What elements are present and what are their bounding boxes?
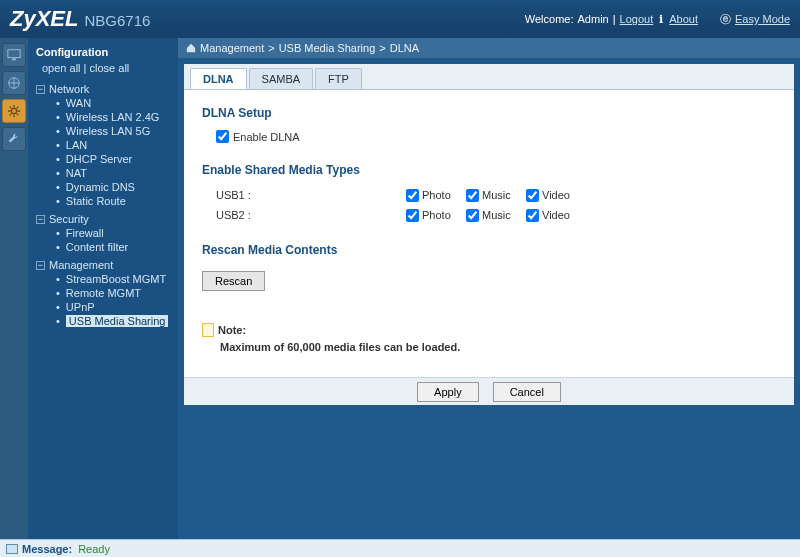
open-all-link[interactable]: open all bbox=[42, 62, 81, 74]
usb1-label: USB1 : bbox=[216, 189, 406, 201]
model-name: NBG6716 bbox=[84, 12, 150, 29]
sidebar: Configuration open all | close all −Netw… bbox=[28, 38, 178, 539]
rescan-button[interactable]: Rescan bbox=[202, 271, 265, 291]
home-icon bbox=[186, 43, 196, 53]
note-label: Note: bbox=[218, 324, 246, 336]
top-right: Welcome: Admin | Logout ℹ About ⓔ Easy M… bbox=[525, 12, 790, 27]
tree-header-management[interactable]: −Management bbox=[32, 258, 174, 272]
note-icon bbox=[202, 323, 214, 337]
wrench-icon bbox=[7, 132, 21, 146]
main-area: Management > USB Media Sharing > DLNA DL… bbox=[178, 38, 800, 539]
sidebar-item-streamboost[interactable]: •StreamBoost MGMT bbox=[40, 272, 174, 286]
tree-header-security[interactable]: −Security bbox=[32, 212, 174, 226]
enable-dlna-checkbox[interactable] bbox=[216, 130, 229, 143]
status-bar: Message: Ready bbox=[0, 539, 800, 557]
status-value: Ready bbox=[78, 543, 110, 555]
rail-config-button[interactable] bbox=[2, 99, 26, 123]
usb2-music-checkbox[interactable] bbox=[466, 209, 479, 222]
usb2-video-checkbox[interactable] bbox=[526, 209, 539, 222]
user-name: Admin bbox=[578, 13, 609, 25]
minus-icon: − bbox=[36, 261, 45, 270]
sidebar-item-upnp[interactable]: •UPnP bbox=[40, 300, 174, 314]
monitor-icon bbox=[7, 48, 21, 62]
globe-icon bbox=[7, 76, 21, 90]
gear-icon bbox=[7, 104, 21, 118]
minus-icon: − bbox=[36, 85, 45, 94]
tree-header-network[interactable]: −Network bbox=[32, 82, 174, 96]
usb2-photo-checkbox[interactable] bbox=[406, 209, 419, 222]
sidebar-item-wlan24[interactable]: •Wireless LAN 2.4G bbox=[40, 110, 174, 124]
sidebar-controls: open all | close all bbox=[32, 62, 174, 80]
enable-dlna-label: Enable DLNA bbox=[233, 131, 300, 143]
minus-icon: − bbox=[36, 215, 45, 224]
rail-tools-button[interactable] bbox=[2, 127, 26, 151]
sidebar-title: Configuration bbox=[32, 44, 174, 62]
note-text: Maximum of 60,000 media files can be loa… bbox=[202, 337, 776, 353]
sidebar-item-remote-mgmt[interactable]: •Remote MGMT bbox=[40, 286, 174, 300]
sidebar-item-content-filter[interactable]: •Content filter bbox=[40, 240, 174, 254]
panel-footer: Apply Cancel bbox=[184, 377, 794, 405]
sidebar-item-usb-media[interactable]: •USB Media Sharing bbox=[40, 314, 174, 328]
icon-rail bbox=[0, 38, 28, 539]
usb2-label: USB2 : bbox=[216, 209, 406, 221]
sidebar-item-ddns[interactable]: •Dynamic DNS bbox=[40, 180, 174, 194]
tab-bar: DLNA SAMBA FTP bbox=[184, 64, 794, 90]
svg-rect-0 bbox=[8, 50, 20, 58]
sidebar-item-wan[interactable]: •WAN bbox=[40, 96, 174, 110]
dlna-setup-title: DLNA Setup bbox=[202, 106, 776, 120]
sidebar-item-firewall[interactable]: •Firewall bbox=[40, 226, 174, 240]
info-icon: ℹ bbox=[659, 13, 663, 26]
usb1-row: USB1 : Photo Music Video bbox=[216, 185, 776, 205]
rail-dashboard-button[interactable] bbox=[2, 43, 26, 67]
sidebar-item-nat[interactable]: •NAT bbox=[40, 166, 174, 180]
sep: | bbox=[613, 13, 616, 25]
content-panel: DLNA SAMBA FTP DLNA Setup Enable DLNA En… bbox=[184, 64, 794, 405]
usb1-video-checkbox[interactable] bbox=[526, 189, 539, 202]
rescan-title: Rescan Media Contents bbox=[202, 243, 776, 257]
message-icon bbox=[6, 544, 18, 554]
about-link[interactable]: About bbox=[669, 13, 698, 25]
close-all-link[interactable]: close all bbox=[90, 62, 130, 74]
welcome-label: Welcome: bbox=[525, 13, 574, 25]
sidebar-item-static-route[interactable]: •Static Route bbox=[40, 194, 174, 208]
usb2-row: USB2 : Photo Music Video bbox=[216, 205, 776, 225]
easy-mode-link[interactable]: Easy Mode bbox=[735, 13, 790, 25]
apply-button[interactable]: Apply bbox=[417, 382, 479, 402]
brand-name: ZyXEL bbox=[10, 6, 78, 32]
tab-ftp[interactable]: FTP bbox=[315, 68, 362, 89]
sidebar-item-dhcp[interactable]: •DHCP Server bbox=[40, 152, 174, 166]
usb1-music-checkbox[interactable] bbox=[466, 189, 479, 202]
sidebar-item-wlan5[interactable]: •Wireless LAN 5G bbox=[40, 124, 174, 138]
rail-network-button[interactable] bbox=[2, 71, 26, 95]
tab-dlna[interactable]: DLNA bbox=[190, 68, 247, 89]
media-types-title: Enable Shared Media Types bbox=[202, 163, 776, 177]
usb1-photo-checkbox[interactable] bbox=[406, 189, 419, 202]
svg-point-3 bbox=[11, 108, 16, 113]
logout-link[interactable]: Logout bbox=[620, 13, 654, 25]
svg-rect-1 bbox=[12, 59, 16, 61]
mode-icon: ⓔ bbox=[720, 12, 731, 27]
breadcrumb: Management > USB Media Sharing > DLNA bbox=[178, 38, 800, 58]
top-bar: ZyXEL NBG6716 Welcome: Admin | Logout ℹ … bbox=[0, 0, 800, 38]
status-label: Message: bbox=[22, 543, 72, 555]
cancel-button[interactable]: Cancel bbox=[493, 382, 561, 402]
tab-samba[interactable]: SAMBA bbox=[249, 68, 314, 89]
sidebar-item-lan[interactable]: •LAN bbox=[40, 138, 174, 152]
brand-logo: ZyXEL NBG6716 bbox=[10, 6, 150, 32]
